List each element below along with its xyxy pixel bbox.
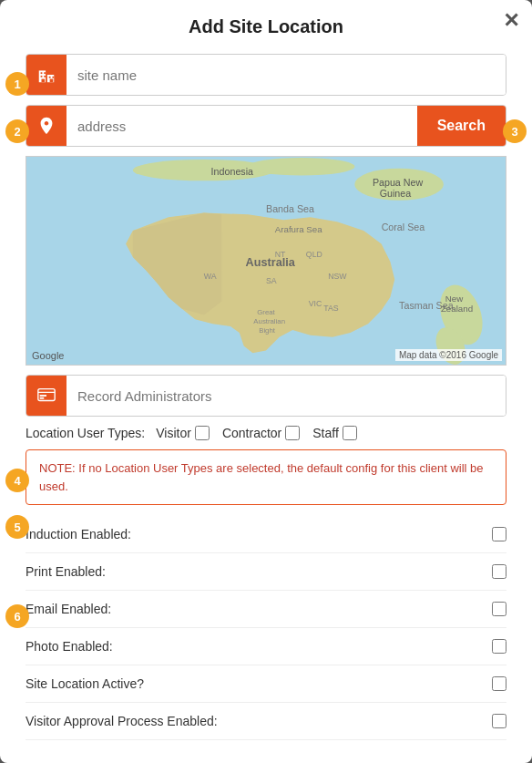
admin-icon	[36, 386, 56, 406]
svg-rect-6	[49, 77, 51, 78]
toggle-checkbox-active[interactable]	[492, 676, 506, 691]
svg-rect-5	[44, 76, 46, 77]
map-data-label: Map data ©2016 Google	[395, 349, 502, 361]
site-name-row	[26, 54, 506, 96]
svg-text:Bight: Bight	[259, 326, 276, 335]
svg-text:NT: NT	[275, 250, 286, 259]
modal-body: 1 2 3 4 5 6	[0, 54, 532, 740]
staff-checkbox[interactable]	[343, 426, 357, 440]
svg-text:Papua New: Papua New	[373, 177, 424, 188]
visitor-label: Visitor	[156, 426, 191, 440]
toggle-row-print: Print Enabled:	[26, 553, 506, 591]
record-admins-container	[26, 375, 506, 417]
svg-text:QLD: QLD	[306, 250, 322, 259]
staff-label: Staff	[312, 426, 339, 440]
svg-text:WA: WA	[204, 272, 217, 281]
google-label: Google	[32, 350, 64, 361]
toggle-label-email: Email Enabled:	[26, 602, 111, 616]
svg-text:Great: Great	[257, 308, 275, 316]
svg-text:New: New	[445, 294, 464, 304]
note-box: NOTE: If no Location User Types are sele…	[26, 449, 506, 505]
address-input-container: Search	[26, 105, 506, 147]
site-name-input[interactable]	[66, 55, 506, 95]
toggle-label-visitor_approval: Visitor Approval Process Enabled:	[26, 714, 218, 728]
toggle-row-visitor_approval: Visitor Approval Process Enabled:	[26, 703, 506, 740]
contractor-checkbox-item: Contractor	[222, 426, 300, 440]
toggle-label-induction: Induction Enabled:	[26, 527, 131, 541]
svg-point-12	[249, 158, 355, 175]
svg-text:Banda Sea: Banda Sea	[266, 203, 314, 214]
user-types-checkboxes: Visitor Contractor Staff	[156, 426, 357, 440]
contractor-checkbox[interactable]	[285, 426, 300, 440]
close-button[interactable]: ✕	[503, 9, 519, 33]
svg-text:NSW: NSW	[328, 272, 347, 281]
svg-text:Coral Sea: Coral Sea	[382, 222, 425, 232]
svg-rect-39	[40, 397, 45, 399]
step-badge-6: 6	[5, 604, 29, 628]
building-icon	[36, 65, 56, 85]
step-badge-5: 5	[5, 515, 29, 539]
svg-rect-8	[42, 79, 46, 83]
toggle-label-photo: Photo Enabled:	[26, 639, 113, 654]
search-button[interactable]: Search	[417, 106, 506, 146]
site-name-icon	[26, 55, 66, 95]
svg-text:Zealand: Zealand	[441, 304, 473, 314]
step-badge-3: 3	[503, 119, 527, 143]
svg-rect-4	[41, 76, 43, 77]
record-admins-input[interactable]	[66, 376, 506, 416]
location-pin-icon	[36, 116, 56, 136]
staff-checkbox-item: Staff	[312, 426, 357, 440]
toggle-checkbox-print[interactable]	[492, 564, 506, 579]
svg-text:Australian: Australian	[253, 317, 285, 325]
visitor-checkbox[interactable]	[195, 426, 210, 440]
svg-rect-38	[40, 395, 46, 397]
toggle-checkbox-induction[interactable]	[492, 527, 506, 541]
contractor-label: Contractor	[222, 426, 281, 440]
toggle-row-active: Site Location Active?	[26, 665, 506, 703]
step-badge-4: 4	[5, 469, 29, 492]
svg-text:SA: SA	[266, 276, 277, 285]
map-svg: Indonesia Papua New Guinea Banda Sea Ara…	[26, 157, 506, 365]
toggle-checkbox-photo[interactable]	[492, 639, 506, 654]
svg-text:Guinea: Guinea	[380, 188, 412, 199]
map-container: Indonesia Papua New Guinea Banda Sea Ara…	[26, 156, 506, 366]
step-badge-1: 1	[5, 72, 29, 96]
address-input[interactable]	[66, 106, 417, 146]
svg-rect-3	[44, 72, 46, 74]
svg-rect-9	[50, 79, 54, 83]
svg-text:TAS: TAS	[323, 304, 339, 313]
map-display: Indonesia Papua New Guinea Banda Sea Ara…	[26, 157, 506, 365]
svg-text:VIC: VIC	[309, 299, 322, 308]
add-site-location-modal: ✕ Add Site Location 1 2 3 4 5 6	[0, 0, 532, 763]
toggle-row-photo: Photo Enabled:	[26, 628, 506, 665]
svg-text:Arafura Sea: Arafura Sea	[275, 224, 323, 234]
toggle-row-induction: Induction Enabled:	[26, 516, 506, 553]
svg-rect-2	[41, 72, 43, 74]
svg-text:Australia: Australia	[246, 256, 296, 269]
svg-text:Indonesia: Indonesia	[211, 166, 253, 177]
user-types-label: Location User Types:	[26, 426, 145, 440]
visitor-checkbox-item: Visitor	[156, 426, 210, 440]
toggle-rows: Induction Enabled:Print Enabled:Email En…	[26, 516, 506, 740]
step-badge-2: 2	[5, 119, 29, 143]
record-admins-icon	[26, 376, 66, 416]
user-types-row: Location User Types: Visitor Contractor …	[26, 426, 506, 440]
record-admins-row	[26, 375, 506, 417]
address-icon	[26, 106, 66, 146]
toggle-row-email: Email Enabled:	[26, 591, 506, 628]
address-row: Search	[26, 105, 506, 147]
site-name-input-container	[26, 54, 506, 96]
toggle-label-print: Print Enabled:	[26, 564, 106, 579]
svg-rect-7	[52, 77, 54, 78]
toggle-checkbox-email[interactable]	[492, 602, 506, 616]
modal-title: Add Site Location	[0, 0, 532, 50]
toggle-checkbox-visitor_approval[interactable]	[492, 714, 506, 728]
toggle-label-active: Site Location Active?	[26, 676, 144, 691]
